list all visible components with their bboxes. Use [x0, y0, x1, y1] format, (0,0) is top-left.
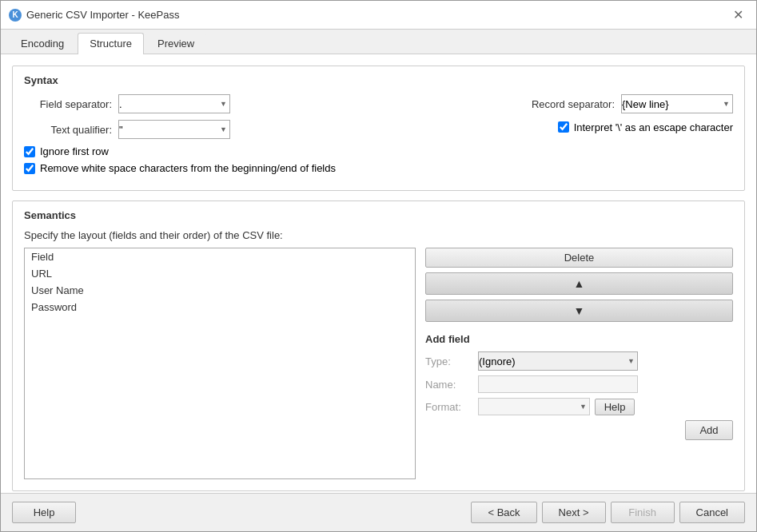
add-field-title: Add field	[425, 333, 733, 345]
finish-button[interactable]: Finish	[611, 502, 675, 523]
name-row: Name:	[425, 375, 733, 393]
record-separator-select[interactable]: {New line} CR LF	[621, 94, 733, 113]
list-item[interactable]: Field	[25, 248, 415, 265]
escape-label: Interpret '\' as an escape character	[574, 121, 733, 133]
tab-preview[interactable]: Preview	[145, 33, 206, 54]
semantics-area: Field URL User Name Password Delete ▲ ▼ …	[24, 248, 733, 479]
add-button-row: Add	[425, 420, 733, 440]
help-button[interactable]: Help	[595, 399, 635, 415]
text-qualifier-row: Text qualifier: " ' None Interpret '\' a…	[24, 120, 733, 139]
semantics-title: Semantics	[24, 209, 733, 221]
list-item[interactable]: User Name	[25, 282, 415, 299]
footer-right: < Back Next > Finish Cancel	[471, 502, 745, 523]
name-input[interactable]	[478, 375, 638, 393]
add-button[interactable]: Add	[685, 420, 733, 440]
ignore-first-row-label: Ignore first row	[40, 145, 109, 157]
format-select[interactable]	[478, 398, 590, 415]
text-qualifier-select-wrapper: " ' None	[118, 120, 230, 139]
format-label: Format:	[425, 401, 473, 413]
app-icon: K	[9, 9, 22, 22]
main-content: Syntax Field separator: . , ; Tab | Reco…	[1, 54, 756, 493]
tab-bar: Encoding Structure Preview	[1, 30, 756, 54]
window-title: Generic CSV Importer - KeePass	[26, 9, 179, 21]
semantics-instruction: Specify the layout (fields and their ord…	[24, 229, 733, 241]
main-window: K Generic CSV Importer - KeePass ✕ Encod…	[0, 0, 757, 532]
next-button[interactable]: Next >	[542, 502, 606, 523]
text-qualifier-label: Text qualifier:	[24, 124, 112, 136]
move-up-button[interactable]: ▲	[425, 272, 733, 295]
list-item[interactable]: Password	[25, 299, 415, 316]
format-row: Format: Help	[425, 398, 733, 415]
remove-whitespace-row: Remove white space characters from the b…	[24, 162, 733, 174]
back-button[interactable]: < Back	[471, 502, 536, 523]
field-separator-label: Field separator:	[24, 98, 112, 110]
format-wrapper: Help	[478, 398, 635, 415]
tab-encoding[interactable]: Encoding	[9, 33, 76, 54]
syntax-section: Syntax Field separator: . , ; Tab | Reco…	[12, 66, 745, 191]
ignore-first-row-checkbox[interactable]	[24, 146, 35, 157]
escape-checkbox[interactable]	[558, 121, 569, 133]
escape-checkbox-row[interactable]: Interpret '\' as an escape character	[558, 121, 733, 133]
field-list[interactable]: Field URL User Name Password	[24, 248, 416, 479]
delete-button[interactable]: Delete	[425, 248, 733, 268]
controls-column: Delete ▲ ▼ Add field Type: (Ignore) Titl…	[425, 248, 733, 440]
type-label: Type:	[425, 355, 473, 367]
cancel-button[interactable]: Cancel	[679, 502, 745, 523]
record-separator-select-wrapper: {New line} CR LF	[621, 94, 733, 113]
remove-whitespace-label: Remove white space characters from the b…	[40, 162, 336, 174]
type-row: Type: (Ignore) Title URL User Name Passw…	[425, 351, 733, 371]
text-qualifier-select[interactable]: " ' None	[118, 120, 230, 139]
type-select[interactable]: (Ignore) Title URL User Name Password No…	[478, 351, 638, 371]
ignore-first-row-row: Ignore first row	[24, 145, 733, 157]
field-separator-select[interactable]: . , ; Tab |	[118, 94, 230, 113]
footer: Help < Back Next > Finish Cancel	[1, 493, 756, 531]
help-footer-button[interactable]: Help	[12, 502, 76, 523]
add-field-section: Add field Type: (Ignore) Title URL User …	[425, 333, 733, 440]
type-select-wrapper: (Ignore) Title URL User Name Password No…	[478, 351, 638, 371]
semantics-section: Semantics Specify the layout (fields and…	[12, 200, 745, 491]
syntax-title: Syntax	[24, 74, 733, 86]
field-separator-row: Field separator: . , ; Tab | Record sepa…	[24, 94, 733, 113]
record-separator-label: Record separator:	[511, 98, 615, 110]
field-separator-select-wrapper: . , ; Tab |	[118, 94, 230, 113]
title-bar-left: K Generic CSV Importer - KeePass	[9, 9, 179, 22]
list-item[interactable]: URL	[25, 265, 415, 282]
format-select-wrapper	[478, 398, 590, 415]
tab-structure[interactable]: Structure	[78, 33, 144, 54]
close-button[interactable]: ✕	[728, 6, 748, 24]
name-label: Name:	[425, 379, 473, 391]
title-bar: K Generic CSV Importer - KeePass ✕	[1, 1, 756, 30]
move-down-button[interactable]: ▼	[425, 300, 733, 322]
remove-whitespace-checkbox[interactable]	[24, 163, 35, 174]
